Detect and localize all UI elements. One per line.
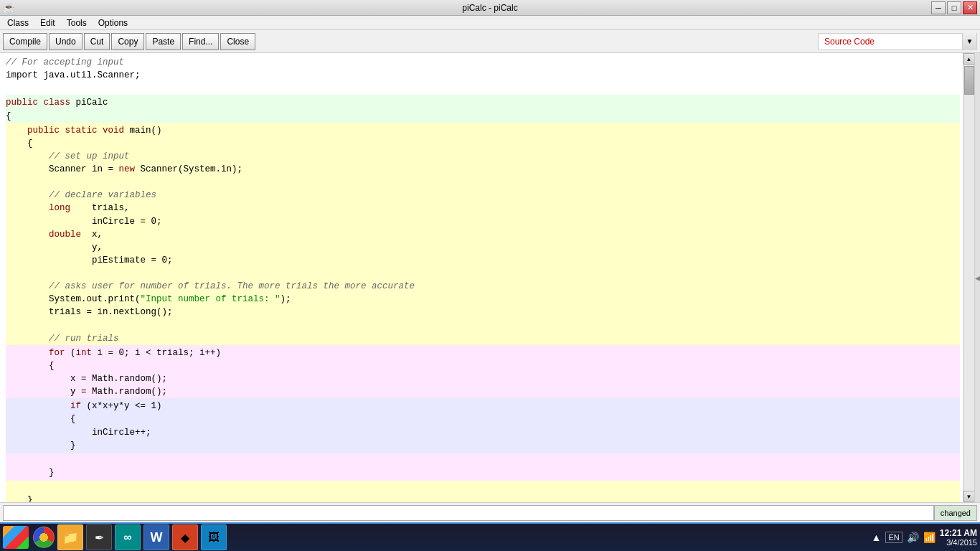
status-bar: changed bbox=[0, 502, 980, 522]
scroll-up-button[interactable]: ▲ bbox=[963, 53, 975, 65]
taskbar-word[interactable]: W bbox=[143, 524, 169, 550]
source-code-label: Source Code bbox=[819, 37, 962, 47]
app-icon: ☕ bbox=[3, 2, 15, 14]
menu-tools[interactable]: Tools bbox=[62, 17, 91, 29]
clock-date: 3/4/2015 bbox=[940, 538, 977, 547]
taskbar-inkscape[interactable]: ✒ bbox=[86, 524, 112, 550]
editor-scrollbar: ▲ ▼ bbox=[963, 53, 974, 502]
network-icon[interactable]: ▲ bbox=[872, 532, 882, 543]
taskbar-right: ▲ EN 🔊 📶 12:21 AM 3/4/2015 bbox=[872, 528, 977, 547]
taskbar-photos[interactable]: 🖼 bbox=[201, 524, 227, 550]
scroll-thumb[interactable] bbox=[964, 66, 974, 95]
toolbar: Compile Undo Cut Copy Paste Find... Clos… bbox=[0, 30, 980, 53]
menu-options[interactable]: Options bbox=[94, 17, 132, 29]
clock-time: 12:21 AM bbox=[940, 528, 977, 538]
taskbar-arduino[interactable]: ∞ bbox=[115, 524, 141, 550]
taskbar-shapes[interactable]: ◆ bbox=[172, 524, 198, 550]
scroll-down-button[interactable]: ▼ bbox=[963, 491, 975, 502]
changed-badge: changed bbox=[934, 505, 977, 521]
menu-bar: Class Edit Tools Options bbox=[0, 16, 980, 30]
title-bar-controls: ─ □ ✕ bbox=[931, 1, 977, 14]
volume-icon[interactable]: 🔊 bbox=[907, 532, 919, 543]
minimize-button[interactable]: ─ bbox=[931, 1, 946, 14]
maximize-button[interactable]: □ bbox=[947, 1, 961, 14]
code-content: // For accepting input import java.util.… bbox=[6, 56, 960, 502]
title-bar-left: ☕ bbox=[3, 2, 15, 14]
status-input[interactable] bbox=[3, 505, 934, 521]
right-collapse-handle[interactable]: ◀ bbox=[974, 53, 980, 502]
undo-button[interactable]: Undo bbox=[49, 33, 83, 50]
editor-container: // For accepting input import java.util.… bbox=[0, 53, 980, 502]
wifi-icon[interactable]: 📶 bbox=[923, 532, 936, 543]
find-button[interactable]: Find... bbox=[182, 33, 219, 50]
language-icon[interactable]: EN bbox=[885, 532, 902, 543]
taskbar: 📁 ✒ ∞ W ◆ 🖼 ▲ EN 🔊 📶 12:21 AM 3/4/2015 bbox=[0, 522, 980, 551]
code-editor[interactable]: // For accepting input import java.util.… bbox=[0, 53, 963, 502]
compile-button[interactable]: Compile bbox=[3, 33, 47, 50]
source-code-dropdown[interactable]: Source Code ▼ bbox=[818, 33, 977, 50]
title-bar: ☕ piCalc - piCalc ─ □ ✕ bbox=[0, 0, 980, 16]
paste-button[interactable]: Paste bbox=[146, 33, 181, 50]
taskbar-explorer[interactable]: 📁 bbox=[57, 524, 83, 550]
cut-button[interactable]: Cut bbox=[84, 33, 110, 50]
copy-button[interactable]: Copy bbox=[111, 33, 144, 50]
scroll-track[interactable] bbox=[963, 65, 974, 491]
taskbar-chrome[interactable] bbox=[33, 527, 55, 548]
close-button[interactable]: Close bbox=[220, 33, 255, 50]
menu-edit[interactable]: Edit bbox=[36, 17, 60, 29]
changed-label: changed bbox=[941, 509, 971, 517]
clock[interactable]: 12:21 AM 3/4/2015 bbox=[940, 528, 977, 547]
close-window-button[interactable]: ✕ bbox=[963, 1, 977, 14]
window-title: piCalc - piCalc bbox=[0, 3, 980, 13]
dropdown-arrow-icon[interactable]: ▼ bbox=[962, 33, 976, 50]
menu-class[interactable]: Class bbox=[3, 17, 33, 29]
start-button[interactable] bbox=[3, 526, 29, 549]
